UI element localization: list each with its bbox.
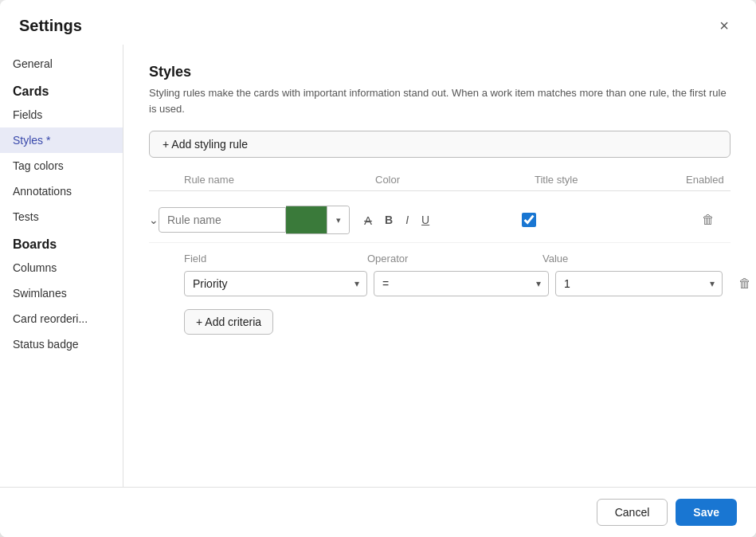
title-style-group: A B I U <box>350 210 509 230</box>
criteria-section: Field Operator Value Priority Status Ass… <box>184 253 731 335</box>
criteria-col-field: Field <box>184 253 367 265</box>
sidebar-item-swimlanes[interactable]: Swimlanes <box>0 280 123 306</box>
operator-select[interactable]: = != > < contains <box>374 271 549 296</box>
sidebar-item-general[interactable]: General <box>0 51 123 76</box>
value-select-wrapper: 1 2 3 4 5 <box>555 271 723 296</box>
sidebar-item-card-reordering[interactable]: Card reorderi... <box>0 306 123 331</box>
sidebar-item-columns[interactable]: Columns <box>0 255 123 280</box>
sidebar-item-tag-colors[interactable]: Tag colors <box>0 153 123 178</box>
cancel-button[interactable]: Cancel <box>597 499 668 526</box>
rule-name-color-group: ▾ <box>159 206 350 234</box>
criteria-col-operator: Operator <box>367 253 543 265</box>
sidebar: General Cards Fields Styles * Tag colors… <box>0 45 123 487</box>
enabled-cell <box>509 213 660 227</box>
criteria-col-delete <box>710 253 742 265</box>
delete-rule-button[interactable]: 🗑 <box>660 210 756 230</box>
save-button[interactable]: Save <box>676 499 737 526</box>
color-picker-button[interactable]: ▾ <box>286 206 350 234</box>
add-styling-rule-button[interactable]: + Add styling rule <box>149 131 731 158</box>
field-select-wrapper: Priority Status Assignee Title Type <box>184 271 367 296</box>
delete-criteria-button[interactable]: 🗑 <box>729 273 756 294</box>
bold-button[interactable]: B <box>380 210 398 229</box>
field-select[interactable]: Priority Status Assignee Title Type <box>184 271 367 296</box>
underline-button[interactable]: U <box>417 210 434 229</box>
col-header-color: Color <box>375 174 535 186</box>
modal-footer: Cancel Save <box>0 487 756 537</box>
color-dropdown-arrow-icon: ▾ <box>327 206 349 233</box>
modal-body: General Cards Fields Styles * Tag colors… <box>0 45 756 487</box>
content-title: Styles <box>149 64 731 80</box>
rule-name-input[interactable] <box>159 207 286 233</box>
content-description: Styling rules make the cards with import… <box>149 85 731 116</box>
color-swatch <box>286 206 327 233</box>
close-button[interactable]: × <box>711 13 737 38</box>
rule-row: ⌄ ▾ A B I U <box>149 198 731 243</box>
sidebar-item-styles[interactable]: Styles * <box>0 127 123 153</box>
strikethrough-button[interactable]: A <box>359 210 377 230</box>
sidebar-item-fields[interactable]: Fields <box>0 102 123 127</box>
criteria-col-value: Value <box>543 253 710 265</box>
enabled-checkbox[interactable] <box>522 213 536 227</box>
settings-modal: Settings × General Cards Fields Styles *… <box>0 0 756 537</box>
sidebar-section-cards: Cards <box>0 76 123 102</box>
col-header-title-style: Title style <box>535 174 686 186</box>
rule-expand-button[interactable]: ⌄ <box>149 206 159 226</box>
sidebar-section-boards: Boards <box>0 229 123 255</box>
col-header-rule-name: Rule name <box>184 174 375 186</box>
sidebar-item-tests[interactable]: Tests <box>0 204 123 229</box>
sidebar-item-status-badge[interactable]: Status badge <box>0 331 123 357</box>
table-header: Rule name Color Title style Enabled <box>149 174 731 191</box>
criteria-row: Priority Status Assignee Title Type = !=… <box>184 271 731 296</box>
criteria-header: Field Operator Value <box>184 253 731 265</box>
value-select[interactable]: 1 2 3 4 5 <box>555 271 723 296</box>
italic-button[interactable]: I <box>401 210 413 229</box>
col-header-enabled: Enabled <box>686 174 756 186</box>
add-criteria-button[interactable]: + Add criteria <box>184 309 273 335</box>
modal-header: Settings × <box>0 0 756 45</box>
operator-select-wrapper: = != > < contains <box>374 271 549 296</box>
modal-title: Settings <box>19 17 82 35</box>
content-area: Styles Styling rules make the cards with… <box>123 45 756 487</box>
rule-fields: ▾ A B I U 🗑 <box>159 206 756 234</box>
sidebar-item-annotations[interactable]: Annotations <box>0 178 123 204</box>
